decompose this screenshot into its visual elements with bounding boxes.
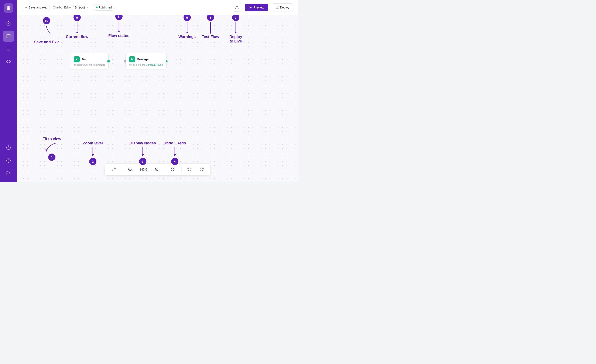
svg-marker-31 xyxy=(235,32,237,34)
status-dot xyxy=(96,7,97,8)
preview-label: Preview xyxy=(253,6,264,9)
flow-name: Shipbot xyxy=(75,6,85,9)
flow-nodes-container: Start Triggered when the flow starts xyxy=(70,53,166,69)
svg-marker-25 xyxy=(118,30,120,33)
deploy-label: Deploy xyxy=(280,6,289,9)
svg-line-9 xyxy=(114,168,115,169)
svg-marker-29 xyxy=(209,32,212,34)
svg-rect-20 xyxy=(172,170,173,171)
toolbar-divider-3 xyxy=(181,167,181,172)
start-node-icon xyxy=(74,56,80,62)
message-node-icon xyxy=(129,56,135,62)
svg-marker-8 xyxy=(76,58,78,60)
message-node-output xyxy=(165,60,168,62)
annotation-5: 5 Warnings xyxy=(179,15,196,39)
start-node[interactable]: Start Triggered when the flow starts xyxy=(70,53,109,69)
sidebar-item-knowledge[interactable] xyxy=(3,43,14,54)
status-label: Published xyxy=(99,6,112,9)
zoom-in-button[interactable] xyxy=(153,166,161,173)
warnings-button[interactable] xyxy=(233,3,241,12)
annotation-1: Fit to view 1 xyxy=(43,137,61,161)
annotation-4: Undo / Redo 4 xyxy=(164,141,186,165)
breadcrumb-prefix: Chatbot Editor / xyxy=(53,6,74,9)
svg-rect-18 xyxy=(172,168,173,169)
svg-marker-38 xyxy=(174,154,176,156)
svg-marker-23 xyxy=(76,32,78,34)
bottom-toolbar: 145% xyxy=(104,163,210,176)
svg-line-12 xyxy=(131,170,132,171)
save-exit-button[interactable]: ← Save and exit xyxy=(22,4,50,11)
zoom-out-button[interactable] xyxy=(126,166,134,173)
message-node[interactable]: Message Welcome to the Company Name xyxy=(126,53,166,69)
message-node-description: Welcome to the Company Name xyxy=(129,64,163,66)
message-node-title: Message xyxy=(137,58,149,61)
annotation-7: 7 Deploy to Live xyxy=(229,15,242,44)
flow-canvas[interactable]: Start Triggered when the flow starts xyxy=(17,15,298,182)
svg-marker-36 xyxy=(142,154,144,156)
annotation-2: Zoom level 2 xyxy=(83,141,103,165)
svg-rect-21 xyxy=(173,170,175,171)
header: ← Save and exit Chatbot Editor / Shipbot… xyxy=(17,0,298,15)
annotation-8: 8 Flow status xyxy=(108,15,129,38)
annotation-6: 6 Test Flow xyxy=(202,15,219,39)
display-nodes-button[interactable] xyxy=(169,166,177,173)
svg-line-10 xyxy=(112,170,113,171)
preview-button[interactable]: Preview xyxy=(245,4,268,11)
svg-line-15 xyxy=(158,170,158,171)
svg-marker-34 xyxy=(92,154,94,156)
flow-status-badge: Published xyxy=(93,4,115,11)
fit-to-view-button[interactable] xyxy=(110,166,118,173)
svg-point-2 xyxy=(8,160,9,161)
svg-marker-32 xyxy=(45,149,48,152)
sidebar xyxy=(0,0,17,182)
sidebar-item-logout[interactable] xyxy=(3,168,14,178)
toolbar-divider-2 xyxy=(165,167,165,172)
annotation-10: 10 Save and Exit xyxy=(34,17,59,45)
svg-line-7 xyxy=(276,6,278,8)
start-node-title: Start xyxy=(81,58,88,61)
zoom-level-display: 145% xyxy=(138,168,149,171)
sidebar-logo xyxy=(4,3,13,13)
sidebar-item-chat[interactable] xyxy=(3,30,14,42)
undo-button[interactable] xyxy=(186,166,193,173)
save-exit-label: ← Save and exit xyxy=(25,6,47,9)
annotation-3: Display Nodes 3 xyxy=(130,141,156,165)
start-node-description: Triggered when the flow starts xyxy=(74,64,105,66)
breadcrumb: Chatbot Editor / Shipbot xyxy=(53,6,89,9)
sidebar-item-home[interactable] xyxy=(3,18,14,29)
deploy-button[interactable]: Deploy xyxy=(272,3,293,11)
sidebar-item-settings[interactable] xyxy=(3,155,14,166)
svg-marker-27 xyxy=(186,32,188,34)
main-content: ← Save and exit Chatbot Editor / Shipbot… xyxy=(17,0,298,182)
sidebar-item-code[interactable] xyxy=(3,56,14,67)
annotation-9: 9 Current flow xyxy=(66,15,88,39)
redo-button[interactable] xyxy=(198,166,205,173)
current-flow-selector[interactable]: Shipbot xyxy=(75,6,89,9)
svg-rect-19 xyxy=(173,168,175,169)
sidebar-item-help[interactable] xyxy=(3,142,14,153)
svg-marker-6 xyxy=(250,6,252,9)
toolbar-divider-1 xyxy=(122,167,122,172)
